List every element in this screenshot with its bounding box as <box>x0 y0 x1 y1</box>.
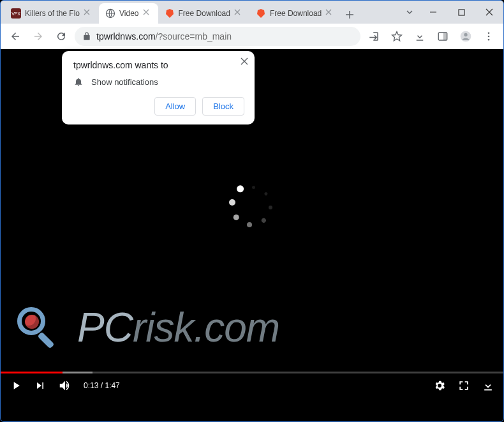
brave-favicon <box>165 8 175 19</box>
notification-permission-prompt: tpwrldnws.com wants to Show notification… <box>62 51 255 124</box>
tab-video[interactable]: Video <box>99 3 158 24</box>
svg-point-8 <box>488 32 490 34</box>
close-icon[interactable] <box>325 9 334 18</box>
close-window-button[interactable] <box>475 1 503 24</box>
browser-chrome: VFX Killers of the Flo Video <box>1 1 503 49</box>
address-bar[interactable]: tpwrldnws.com/?source=mb_main <box>75 27 360 46</box>
svg-point-9 <box>488 35 490 37</box>
side-panel-button[interactable] <box>433 27 452 46</box>
forward-button[interactable] <box>29 27 48 46</box>
minimize-button[interactable] <box>419 1 447 24</box>
prompt-actions: Allow Block <box>73 97 244 116</box>
settings-button[interactable] <box>433 379 446 392</box>
tab-label: Video <box>119 9 138 18</box>
current-time: 0:13 <box>84 381 98 390</box>
reload-button[interactable] <box>52 27 71 46</box>
volume-button[interactable] <box>58 379 72 393</box>
time-display: 0:13 / 1:47 <box>84 381 120 390</box>
url-path: /?source=mb_main <box>156 31 232 41</box>
url-text: tpwrldnws.com/?source=mb_main <box>96 31 353 41</box>
pcrisk-logo-icon <box>13 302 64 353</box>
duration: 1:47 <box>105 381 119 390</box>
chevron-down-icon[interactable] <box>400 1 419 24</box>
titlebar: VFX Killers of the Flo Video <box>1 1 503 24</box>
loading-spinner <box>230 183 274 228</box>
tab-label: Free Download <box>270 9 322 18</box>
prompt-suffix: wants to <box>133 60 168 70</box>
tab-killers[interactable]: VFX Killers of the Flo <box>4 3 99 24</box>
svg-rect-5 <box>443 33 447 40</box>
svg-rect-3 <box>459 10 464 15</box>
svg-point-10 <box>488 38 490 40</box>
block-button[interactable]: Block <box>202 97 244 116</box>
vfx-favicon: VFX <box>11 8 21 19</box>
allow-button[interactable]: Allow <box>154 97 196 116</box>
bookmark-button[interactable] <box>387 27 406 46</box>
bell-icon <box>73 77 84 87</box>
close-icon[interactable] <box>241 57 248 65</box>
tab-free-download-2[interactable]: Free Download <box>249 3 341 24</box>
maximize-button[interactable] <box>447 1 475 24</box>
menu-button[interactable] <box>479 27 498 46</box>
fullscreen-button[interactable] <box>457 379 470 392</box>
watermark-rest: risk.com <box>133 305 279 350</box>
window-controls <box>400 1 503 24</box>
lock-icon <box>82 32 91 41</box>
prompt-permission-row: Show notifications <box>73 77 244 87</box>
brave-favicon <box>256 8 266 19</box>
tab-free-download-1[interactable]: Free Download <box>158 3 249 24</box>
next-button[interactable] <box>34 379 47 392</box>
svg-text:VFX: VFX <box>11 11 20 16</box>
tab-label: Free Download <box>179 9 230 18</box>
prompt-origin: tpwrldnws.com <box>73 60 133 70</box>
downloads-button[interactable] <box>410 27 429 46</box>
share-button[interactable] <box>364 27 383 46</box>
time-separator: / <box>98 381 105 390</box>
download-video-button[interactable] <box>482 379 494 392</box>
watermark: PCrisk.com <box>13 302 279 353</box>
page-content: tpwrldnws.com wants to Show notification… <box>1 49 503 398</box>
new-tab-button[interactable] <box>341 6 359 24</box>
url-host: tpwrldnws.com <box>96 31 156 41</box>
svg-point-7 <box>464 33 467 36</box>
prompt-permission-label: Show notifications <box>91 77 158 87</box>
close-icon[interactable] <box>143 9 152 18</box>
toolbar: tpwrldnws.com/?source=mb_main <box>1 24 503 49</box>
back-button[interactable] <box>6 27 25 46</box>
prompt-title: tpwrldnws.com wants to <box>73 60 244 70</box>
close-icon[interactable] <box>84 9 93 18</box>
watermark-pc: PC <box>77 305 133 350</box>
watermark-text: PCrisk.com <box>77 304 279 352</box>
close-icon[interactable] <box>234 9 243 18</box>
tab-label: Killers of the Flo <box>25 9 80 18</box>
tab-strip: VFX Killers of the Flo Video <box>1 1 400 24</box>
globe-icon <box>105 8 115 19</box>
play-button[interactable] <box>10 379 22 392</box>
profile-button[interactable] <box>456 27 475 46</box>
video-controls: 0:13 / 1:47 <box>1 373 503 398</box>
